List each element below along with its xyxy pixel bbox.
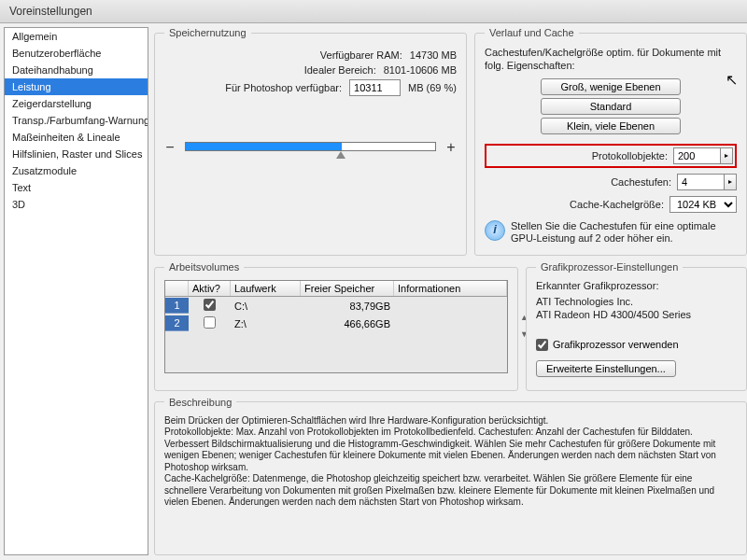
- tilesize-select[interactable]: 1024 KB: [669, 196, 737, 213]
- volumes-legend: Arbeitsvolumes: [164, 261, 244, 273]
- description-group: Beschreibung Beim Drücken der Optimieren…: [154, 397, 747, 555]
- sidebar-item-filehandling[interactable]: Dateihandhabung: [5, 62, 148, 78]
- cache-group: Verlauf und Cache Cachestufen/Kachelgröß…: [474, 27, 747, 256]
- ideal-range-label: Idealer Bereich:: [304, 64, 376, 76]
- volumes-table[interactable]: Aktiv? Laufwerk Freier Speicher Informat…: [164, 280, 508, 373]
- tilesize-label: Cache-Kachelgröße:: [570, 199, 664, 210]
- ideal-range-value: 8101-10606 MB: [384, 64, 457, 76]
- sidebar-item-plugins[interactable]: Zusatzmodule: [5, 162, 148, 179]
- available-ram-value: 14730 MB: [410, 49, 457, 61]
- history-input[interactable]: [673, 147, 720, 164]
- preset-large-button[interactable]: Groß, wenige Ebenen: [541, 78, 681, 95]
- window-title: Voreinstellungen: [0, 0, 747, 23]
- cachelevels-label: Cachestufen:: [611, 176, 671, 188]
- allocated-input[interactable]: [349, 79, 401, 96]
- use-gpu-checkbox[interactable]: [536, 339, 548, 351]
- memory-group: Speichernutzung Verfügbarer RAM: 14730 M…: [154, 27, 467, 256]
- gpu-name: ATI Technologies Inc. ATI Radeon HD 4300…: [536, 295, 737, 322]
- table-row[interactable]: 2 Z:\ 466,66GB: [165, 315, 507, 332]
- info-icon: i: [485, 220, 505, 241]
- sidebar-item-units[interactable]: Maßeinheiten & Lineale: [5, 129, 148, 146]
- description-legend: Beschreibung: [164, 397, 236, 408]
- sidebar-item-3d[interactable]: 3D: [5, 196, 148, 213]
- sidebar-item-performance[interactable]: Leistung: [5, 78, 148, 95]
- stepper-icon[interactable]: ▸: [720, 147, 733, 164]
- sidebar-item-transparency[interactable]: Transp./Farbumfang-Warnung: [5, 112, 148, 129]
- sidebar-item-guides[interactable]: Hilfslinien, Raster und Slices: [5, 146, 148, 162]
- available-ram-label: Verfügbarer RAM:: [320, 49, 402, 61]
- gpu-group: Grafikprozessor-Einstellungen Erkannter …: [526, 261, 747, 391]
- stepper-icon[interactable]: ▸: [724, 174, 737, 190]
- sidebar-item-type[interactable]: Text: [5, 179, 148, 196]
- advanced-gpu-button[interactable]: Erweiterte Einstellungen...: [536, 360, 676, 377]
- slider-plus[interactable]: +: [445, 139, 457, 156]
- preset-standard-button[interactable]: Standard: [541, 98, 681, 115]
- use-gpu-label: Grafikprozessor verwenden: [553, 339, 679, 350]
- sidebar-item-general[interactable]: Allgemein: [5, 28, 148, 45]
- sidebar-item-interface[interactable]: Benutzeroberfläche: [5, 45, 148, 62]
- slider-minus[interactable]: −: [164, 139, 176, 156]
- slider-thumb-icon[interactable]: [336, 151, 345, 159]
- category-sidebar: Allgemein Benutzeroberfläche Dateihandha…: [4, 27, 148, 555]
- cachelevels-stepper[interactable]: ▸: [677, 174, 737, 190]
- col-info: Informationen: [394, 281, 507, 296]
- cache-info-text: Stellen Sie die Cachestufen für eine opt…: [511, 220, 737, 246]
- sidebar-item-cursors[interactable]: Zeigerdarstellung: [5, 95, 148, 112]
- cachelevels-input[interactable]: [677, 174, 724, 190]
- cache-legend: Verlauf und Cache: [485, 27, 579, 38]
- description-text: Beim Drücken der Optimieren-Schaltfläche…: [164, 415, 737, 509]
- gpu-legend: Grafikprozessor-Einstellungen: [536, 261, 683, 273]
- allocated-suffix: MB (69 %): [408, 82, 457, 93]
- history-label: Protokollobjekte:: [592, 150, 668, 161]
- memory-slider[interactable]: [185, 138, 436, 157]
- table-row[interactable]: 1 C:\ 83,79GB: [165, 297, 507, 315]
- allocated-label: Für Photoshop verfügbar:: [225, 82, 342, 93]
- memory-legend: Speichernutzung: [164, 27, 251, 38]
- col-drive: Laufwerk: [231, 281, 301, 296]
- volumes-group: Arbeitsvolumes Aktiv? Laufwerk Freier Sp…: [154, 261, 518, 391]
- cache-description: Cachestufen/Kachelgröße optim. für Dokum…: [485, 46, 737, 73]
- preset-small-button[interactable]: Klein, viele Ebenen: [541, 118, 681, 134]
- volume-active-checkbox[interactable]: [204, 299, 216, 311]
- col-active: Aktiv?: [189, 281, 231, 296]
- col-free: Freier Speicher: [301, 281, 394, 296]
- history-stepper[interactable]: ▸: [673, 147, 733, 164]
- volume-active-checkbox[interactable]: [204, 316, 216, 329]
- gpu-detected-label: Erkannter Grafikprozessor:: [536, 280, 737, 291]
